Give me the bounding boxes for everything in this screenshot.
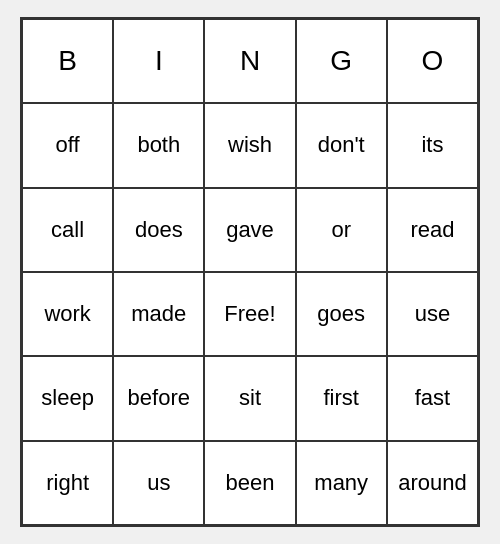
cell-4-1: sleep [22,356,113,440]
row-3: work made Free! goes use [22,272,478,356]
cell-3-2: made [113,272,204,356]
cell-2-5: read [387,188,478,272]
cell-4-5: fast [387,356,478,440]
header-o: O [387,19,478,103]
cell-5-5: around [387,441,478,525]
cell-1-2: both [113,103,204,187]
cell-4-4: first [296,356,387,440]
cell-3-5: use [387,272,478,356]
cell-3-1: work [22,272,113,356]
cell-1-1: off [22,103,113,187]
cell-3-3-free: Free! [204,272,295,356]
cell-2-4: or [296,188,387,272]
row-5: right us been many around [22,441,478,525]
header-g: G [296,19,387,103]
cell-2-1: call [22,188,113,272]
cell-1-3: wish [204,103,295,187]
cell-5-4: many [296,441,387,525]
cell-2-3: gave [204,188,295,272]
row-4: sleep before sit first fast [22,356,478,440]
cell-4-2: before [113,356,204,440]
header-n: N [204,19,295,103]
cell-4-3: sit [204,356,295,440]
cell-1-4: don't [296,103,387,187]
cell-2-2: does [113,188,204,272]
cell-5-1: right [22,441,113,525]
header-row: B I N G O [22,19,478,103]
cell-1-5: its [387,103,478,187]
bingo-card: B I N G O off both wish don't its call d… [20,17,480,527]
header-i: I [113,19,204,103]
cell-5-3: been [204,441,295,525]
cell-5-2: us [113,441,204,525]
header-b: B [22,19,113,103]
row-2: call does gave or read [22,188,478,272]
cell-3-4: goes [296,272,387,356]
row-1: off both wish don't its [22,103,478,187]
